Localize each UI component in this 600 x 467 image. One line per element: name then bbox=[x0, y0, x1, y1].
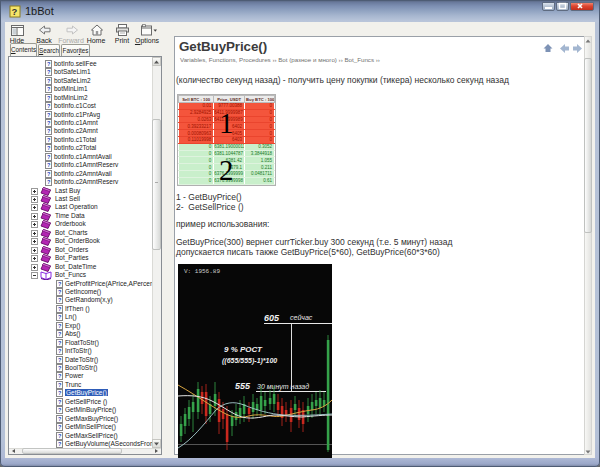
svg-text:30 минут назад: 30 минут назад bbox=[257, 383, 309, 391]
svg-text:555: 555 bbox=[235, 381, 251, 391]
svg-text:605: 605 bbox=[264, 313, 280, 323]
svg-text:V: 1956.89: V: 1956.89 bbox=[184, 268, 220, 275]
svg-text:9 % РОСТ: 9 % РОСТ bbox=[224, 345, 263, 354]
svg-text:сейчас: сейчас bbox=[290, 314, 313, 321]
svg-text:((655/555)-1)*100: ((655/555)-1)*100 bbox=[222, 357, 277, 365]
